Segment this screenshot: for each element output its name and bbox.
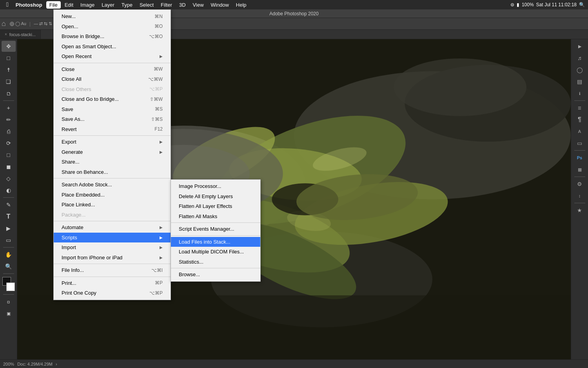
dodge-tool[interactable]: ◐ [2,185,16,196]
menubar-file[interactable]: File [46,1,61,9]
menu-import-iphone[interactable]: Import from iPhone or iPad ▶ [54,253,171,263]
menu-share-behance[interactable]: Share on Behance... [54,167,171,177]
scripts-submenu: Image Processor... Delete All Empty Laye… [171,179,261,282]
right-panel-btn-5[interactable]: ℹ [573,88,587,99]
right-panel-btn-4[interactable]: ▤ [573,76,587,87]
submenu-flatten-effects[interactable]: Flatten All Layer Effects [171,201,260,211]
menu-open-recent[interactable]: Open Recent ▶ [54,51,171,62]
menu-revert[interactable]: Revert F12 [54,124,171,135]
apple-menu[interactable]:  [3,1,12,8]
menu-export[interactable]: Export ▶ [54,137,171,147]
document-tab[interactable]: × focus-stacki... [0,30,41,39]
menu-place-linked[interactable]: Place Linked... [54,200,171,210]
right-panel-btn-9[interactable]: ▭ [573,138,587,149]
menu-import[interactable]: Import ▶ [54,242,171,253]
right-panel-btn-1[interactable]: ▶ [573,41,587,52]
background-color[interactable] [6,282,15,291]
right-panel-btn-arrows[interactable]: ↕ [573,190,587,201]
pen-tool[interactable]: ✎ [2,199,16,210]
menu-import-iphone-label: Import from iPhone or iPad [62,254,122,262]
selection-tool[interactable]: □ [2,53,16,64]
healing-tool[interactable]: + [2,102,16,113]
color-swatches[interactable] [2,277,16,291]
submenu-image-processor[interactable]: Image Processor... [171,181,260,191]
menu-search-stock[interactable]: Search Adobe Stock... [54,180,171,190]
menubar-help[interactable]: Help [233,1,250,9]
submenu-script-events[interactable]: Script Events Manager... [171,224,260,234]
right-panel-btn-3[interactable]: ◯ [573,64,587,75]
menu-package[interactable]: Package... [54,210,171,220]
history-tool[interactable]: ⟳ [2,138,16,149]
menu-generate[interactable]: Generate ▶ [54,147,171,157]
tab-close-btn[interactable]: × [5,32,7,36]
menubar-edit[interactable]: Edit [62,1,76,9]
menu-share-behance-label: Share on Behance... [62,168,108,176]
menu-share[interactable]: Share... [54,157,171,167]
menubar-view[interactable]: View [190,1,207,9]
menubar-select[interactable]: Select [136,1,157,9]
search-icon[interactable]: 🔍 [579,2,585,7]
gradient-tool[interactable]: ◼ [2,161,16,172]
menu-close-bridge[interactable]: Close and Go to Bridge... ⇧⌘W [54,94,171,104]
eraser-tool[interactable]: □ [2,149,16,160]
submenu-statistics[interactable]: Statistics... [171,257,260,267]
menubar-3d[interactable]: 3D [176,1,189,9]
menu-close-all[interactable]: Close All ⌥⌘W [54,74,171,84]
menu-save-as[interactable]: Save As... ⇧⌘S [54,114,171,124]
zoom-tool[interactable]: 🔍 [2,261,16,272]
menu-place-embedded[interactable]: Place Embedded... [54,190,171,200]
menubar-layer[interactable]: Layer [98,1,118,9]
right-panel-btn-6[interactable]: ☰ [573,102,587,113]
menu-scripts[interactable]: Scripts ▶ [54,233,171,243]
battery-percent: 100% [522,2,534,7]
right-panel-btn-8[interactable]: A [573,126,587,137]
separator-5 [3,294,14,295]
lasso-tool[interactable]: ☨ [2,64,16,75]
submenu-flatten-masks[interactable]: Flatten All Masks [171,211,260,222]
menu-open[interactable]: Open... ⌘O [54,22,171,32]
menu-close[interactable]: Close ⌘W [54,64,171,75]
status-arrow[interactable]: › [56,362,57,366]
right-panel-btn-star[interactable]: ★ [573,205,587,216]
menu-save[interactable]: Save ⌘S [54,104,171,115]
menu-close-others[interactable]: Close Others ⌥⌘P [54,84,171,95]
menu-browse-bridge[interactable]: Browse in Bridge... ⌥⌘O [54,31,171,42]
menu-file-info[interactable]: File Info... ⌥⌘I [54,265,171,275]
right-panel-btn-ps[interactable]: Ps [573,152,587,163]
brush-tool[interactable]: ✏ [2,114,16,125]
hand-tool[interactable]: ✋ [2,249,16,260]
move-tool[interactable]: ✥ [2,41,16,52]
menu-browse-bridge-shortcut: ⌥⌘O [149,33,163,40]
right-panel-btn-7[interactable]: ¶ [573,114,587,125]
menubar-photoshop[interactable]: Photoshop [13,1,45,9]
clone-tool[interactable]: ⎙ [2,126,16,137]
right-panel-btn-gear[interactable]: ⚙ [573,179,587,189]
crop-tool[interactable]: ❏ [2,76,16,87]
quick-mask-tool[interactable]: ◘ [2,296,16,307]
menu-print-one[interactable]: Print One Copy ⌥⌘P [54,288,171,298]
submenu-delete-empty-layers[interactable]: Delete All Empty Layers [171,191,260,202]
menubar-window[interactable]: Window [208,1,232,9]
menu-open-smart[interactable]: Open as Smart Object... [54,42,171,52]
menu-save-as-label: Save As... [62,115,85,123]
right-panel-btn-chart[interactable]: ▦ [573,164,587,175]
menu-print[interactable]: Print... ⌘P [54,278,171,288]
menubar-type[interactable]: Type [118,1,136,9]
submenu-flatten-effects-label: Flatten All Layer Effects [179,202,232,210]
blur-tool[interactable]: ◇ [2,173,16,184]
submenu-load-dicom[interactable]: Load Multiple DICOM Files... [171,247,260,257]
shape-tool[interactable]: ▭ [2,235,16,246]
submenu-load-files-stack[interactable]: Load Files into Stack... [171,237,260,247]
submenu-browse[interactable]: Browse... [171,270,260,280]
right-panel-btn-2[interactable]: ♬ [573,53,587,64]
eyedropper-tool[interactable]: 🗅 [2,88,16,99]
path-select-tool[interactable]: ▶ [2,223,16,234]
menu-save-label: Save [62,106,73,113]
menubar-filter[interactable]: Filter [158,1,175,9]
menu-new[interactable]: New... ⌘N [54,11,171,22]
menu-automate[interactable]: Automate ▶ [54,222,171,233]
menubar-image[interactable]: Image [77,1,98,9]
type-tool[interactable]: T [2,211,16,222]
home-icon[interactable]: ⌂ [2,20,6,28]
screen-mode[interactable]: ▣ [2,308,16,319]
